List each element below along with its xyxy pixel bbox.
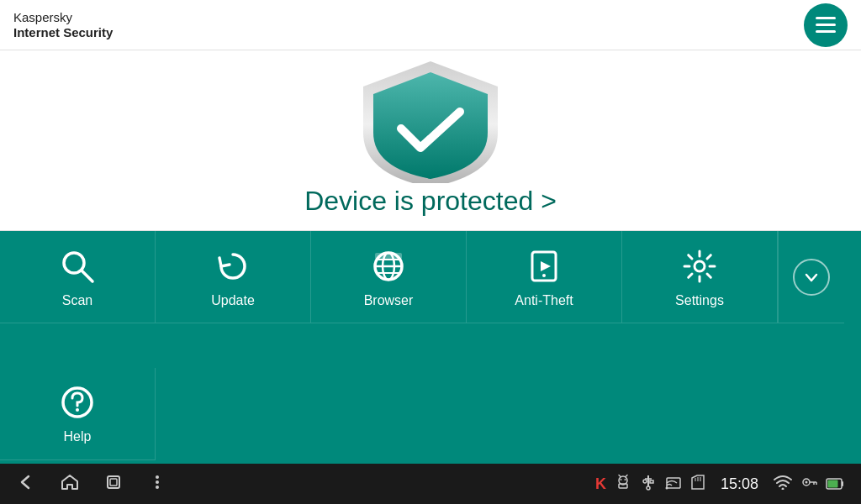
svg-rect-29 [650, 480, 653, 483]
svg-line-24 [626, 475, 627, 476]
update-label: Update [211, 293, 255, 308]
system-time: 15:08 [721, 475, 758, 493]
anti-theft-icon [524, 246, 564, 286]
svg-point-32 [665, 486, 668, 489]
svg-point-21 [620, 479, 621, 480]
top-bar: Kaspersky Internet Security [0, 0, 861, 50]
battery-icon [826, 475, 844, 494]
usb-icon [640, 474, 657, 495]
svg-point-10 [542, 274, 546, 277]
menu-line-1 [816, 17, 836, 19]
anti-theft-button[interactable]: Anti-Theft [467, 231, 622, 323]
anti-theft-label: Anti-Theft [515, 293, 573, 308]
android-icon [615, 474, 631, 495]
svg-point-38 [806, 480, 808, 483]
svg-point-19 [156, 486, 159, 489]
menu-line-2 [816, 24, 836, 26]
svg-rect-7 [375, 253, 402, 260]
svg-line-23 [619, 475, 621, 476]
svg-point-30 [647, 486, 650, 490]
product-name: Internet Security [13, 25, 113, 40]
shield-graphic [355, 57, 506, 175]
menu-button[interactable] [804, 3, 848, 47]
svg-point-36 [782, 487, 784, 490]
home-icon[interactable] [61, 473, 79, 496]
wifi-icon [774, 475, 792, 494]
svg-point-13 [76, 408, 79, 412]
system-bar: K [0, 464, 861, 504]
kaspersky-status-icon: K [595, 475, 606, 493]
scan-button[interactable]: Scan [0, 231, 156, 323]
browser-icon [368, 246, 409, 286]
settings-icon [679, 246, 720, 286]
recents-icon[interactable] [104, 473, 123, 496]
svg-rect-16 [110, 479, 117, 486]
help-button[interactable]: Help [0, 368, 156, 460]
app-title: Kaspersky Internet Security [13, 10, 113, 40]
status-text: Device is protected > [304, 186, 557, 217]
settings-button[interactable]: Settings [622, 231, 778, 323]
svg-line-1 [82, 270, 92, 281]
svg-point-28 [643, 480, 647, 483]
svg-rect-43 [828, 480, 838, 487]
svg-point-17 [156, 475, 159, 479]
svg-rect-31 [667, 478, 680, 488]
more-button[interactable] [778, 231, 844, 323]
menu-line-3 [816, 30, 836, 33]
svg-point-11 [695, 261, 705, 271]
chevron-down-icon [793, 259, 830, 296]
svg-marker-14 [62, 475, 77, 489]
dots-menu-icon[interactable] [148, 473, 166, 496]
update-button[interactable]: Update [156, 231, 311, 323]
help-label: Help [64, 429, 92, 444]
svg-point-18 [156, 480, 159, 484]
browser-label: Browser [364, 293, 414, 308]
sd-card-icon [690, 474, 705, 495]
status-icons: K [595, 474, 844, 495]
browser-button[interactable]: Browser [311, 231, 467, 323]
back-icon[interactable] [17, 473, 35, 496]
settings-label: Settings [675, 293, 724, 308]
svg-rect-25 [619, 484, 627, 488]
nav-buttons [17, 473, 166, 496]
brand-name: Kaspersky [13, 10, 113, 25]
search-icon [57, 246, 98, 286]
scan-label: Scan [62, 293, 92, 308]
update-icon [213, 246, 253, 286]
help-icon [57, 382, 98, 423]
cast-icon [665, 474, 682, 495]
svg-marker-9 [541, 261, 551, 271]
svg-point-22 [624, 479, 626, 480]
svg-rect-15 [108, 476, 119, 488]
main-content: Device is protected > Scan Update [0, 50, 861, 504]
shield-area [0, 50, 861, 172]
svg-rect-44 [842, 481, 843, 486]
vpn-icon [800, 474, 817, 495]
